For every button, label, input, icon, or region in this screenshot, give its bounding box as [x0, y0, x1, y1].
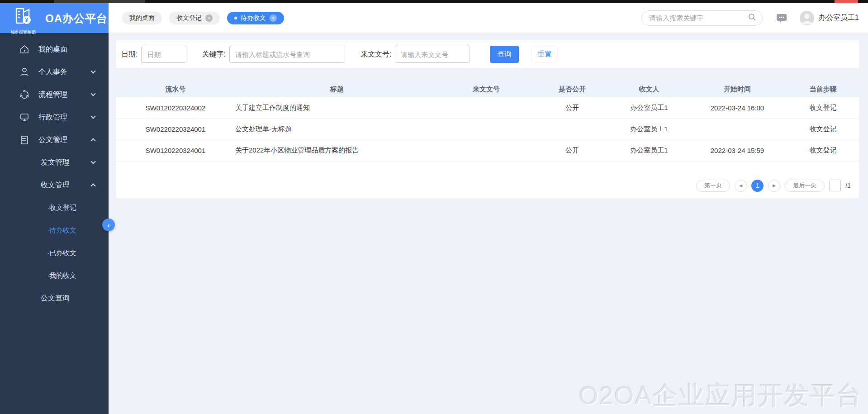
documents-table-panel: 流水号 标题 来文文号 是否公开 收文人 开始时间 当前步骤 SW0120220…	[116, 81, 859, 198]
search-button[interactable]: 查询	[490, 46, 519, 63]
topbar: 我的桌面 收文登记 × 待办收文 ×	[109, 3, 868, 33]
tab-my-desktop[interactable]: 我的桌面	[122, 12, 162, 24]
cell-receiver: 办公室员工1	[611, 97, 688, 119]
sidebar-item-admin-mgmt[interactable]: 行政管理	[0, 106, 109, 128]
cell-public	[534, 119, 611, 140]
table-row[interactable]: SW0120220324002 关于建立工作制度的通知 公开 办公室员工1 20…	[116, 97, 859, 119]
tab-label: 收文登记	[176, 14, 202, 22]
sidebar-item-label: 行政管理	[38, 113, 67, 122]
column-current-step: 当前步骤	[787, 81, 859, 97]
sidebar-collapse-button[interactable]: ‹	[102, 219, 115, 231]
sidebar-item-done-receive[interactable]: ·已办收文	[0, 242, 109, 264]
cell-receiver: 办公室员工1	[611, 119, 688, 140]
avatar[interactable]	[800, 11, 814, 25]
sidebar-item-label: ·已办收文	[47, 249, 76, 257]
sidebar-item-document-mgmt[interactable]: 公文管理	[0, 128, 109, 151]
cell-current-step: 收文登记	[787, 119, 859, 140]
cell-serial: SW0120220324002	[116, 97, 235, 119]
sidebar-item-label: ·我的收文	[47, 271, 76, 280]
global-search[interactable]	[641, 10, 763, 26]
table-row[interactable]: SW0220220324001 公文处理单-无标题 办公室员工1 收文登记	[116, 119, 859, 140]
chevron-down-icon	[90, 159, 95, 164]
current-user-name[interactable]: 办公室员工1	[819, 13, 859, 23]
document-icon	[19, 135, 29, 145]
reset-button[interactable]: 重置	[531, 46, 558, 63]
sidebar-item-receive-register[interactable]: ·收文登记	[0, 196, 109, 219]
cell-receiver: 办公室员工1	[611, 140, 688, 161]
tab-receive-register[interactable]: 收文登记 ×	[169, 12, 220, 24]
sidebar-item-my-receive[interactable]: ·我的收文	[0, 264, 109, 287]
tab-label: 我的桌面	[129, 14, 155, 22]
date-input[interactable]	[141, 46, 186, 63]
window-chrome-strip	[0, 0, 868, 3]
sidebar-item-receive-mgmt[interactable]: 收文管理	[0, 174, 109, 196]
sidebar-menu: 我的桌面 个人事务	[0, 33, 109, 309]
cell-public: 公开	[534, 97, 611, 119]
active-dot-icon	[234, 17, 237, 19]
pagination: 第一页 ◀ 1 ▶ 最后一页 /1	[116, 180, 851, 192]
prev-page-icon[interactable]: ◀	[735, 180, 747, 192]
svg-text:¥: ¥	[25, 16, 28, 24]
last-page-button[interactable]: 最后一页	[785, 180, 825, 192]
app-title: OA办公平台	[45, 11, 108, 26]
tab-label: 待办收文	[241, 14, 266, 22]
company-logo-icon: ¥	[13, 6, 33, 29]
sidebar-item-label: 流程管理	[38, 90, 67, 100]
cell-start-time	[688, 119, 787, 140]
cell-serial: SW0120220324001	[116, 140, 235, 161]
sidebar-item-my-desktop[interactable]: 我的桌面	[0, 38, 109, 61]
sidebar-item-dispatch-mgmt[interactable]: 发文管理	[0, 151, 109, 174]
sidebar-item-todo-receive[interactable]: ·待办收文	[0, 219, 109, 242]
chevron-down-icon	[90, 114, 95, 119]
first-page-button[interactable]: 第一页	[696, 180, 730, 192]
message-icon[interactable]	[776, 13, 787, 23]
sidebar-item-label: 我的桌面	[38, 45, 67, 54]
cell-public: 公开	[534, 140, 611, 161]
browser-tab-segment	[54, 0, 145, 3]
cell-title[interactable]: 关于2022年小区物业管理品质方案的报告	[235, 140, 439, 161]
filter-panel: 日期: 关键字: 来文文号: 查询 重置	[116, 40, 859, 68]
sidebar-item-process-mgmt[interactable]: 流程管理	[0, 83, 109, 106]
close-icon[interactable]: ×	[270, 14, 277, 22]
sidebar-item-label: ·收文登记	[47, 204, 76, 212]
global-search-input[interactable]	[649, 14, 748, 22]
cell-start-time: 2022-03-24 15:59	[688, 140, 787, 161]
cell-serial: SW0220220324001	[116, 119, 235, 140]
sidebar-item-label: 公文查询	[41, 294, 70, 303]
page-jump-input[interactable]	[829, 180, 841, 191]
brand-logo[interactable]: ¥ 城市投资集团 OA办公平台	[0, 3, 109, 33]
docno-label: 来文文号:	[360, 50, 391, 59]
chevron-down-icon	[90, 68, 95, 73]
keyword-input[interactable]	[229, 46, 345, 63]
search-icon[interactable]	[748, 13, 757, 24]
documents-table: 流水号 标题 来文文号 是否公开 收文人 开始时间 当前步骤 SW0120220…	[116, 81, 859, 162]
page-total: /1	[845, 182, 851, 189]
cell-start-time: 2022-03-24 16:00	[688, 97, 787, 119]
sidebar-item-label: 个人事务	[38, 67, 67, 77]
sidebar-item-label: ·待办收文	[47, 226, 76, 235]
sidebar-item-doc-query[interactable]: 公文查询	[0, 287, 109, 309]
docno-input[interactable]	[395, 46, 470, 63]
column-public: 是否公开	[534, 81, 611, 97]
current-page-badge[interactable]: 1	[751, 180, 764, 192]
column-docno: 来文文号	[439, 81, 534, 97]
sidebar-item-personal-affairs[interactable]: 个人事务	[0, 61, 109, 83]
close-icon[interactable]: ×	[205, 14, 213, 22]
table-header-row: 流水号 标题 来文文号 是否公开 收文人 开始时间 当前步骤	[116, 81, 859, 97]
user-icon	[19, 67, 29, 77]
tab-todo-receive[interactable]: 待办收文 ×	[227, 12, 284, 24]
sidebar-item-label: 收文管理	[41, 181, 70, 190]
column-receiver: 收文人	[611, 81, 688, 97]
sidebar: ¥ 城市投资集团 OA办公平台 我的桌面	[0, 3, 109, 414]
sidebar-item-label: 发文管理	[41, 158, 70, 167]
platform-watermark: O2OA企业应用开发平台	[579, 379, 863, 413]
cell-title[interactable]: 公文处理单-无标题	[235, 119, 439, 140]
next-page-icon[interactable]: ▶	[768, 180, 780, 192]
column-title: 标题	[235, 81, 439, 97]
cell-docno	[439, 119, 534, 140]
cell-title[interactable]: 关于建立工作制度的通知	[235, 97, 439, 119]
page-content: 日期: 关键字: 来文文号: 查询 重置 流水号	[109, 33, 868, 414]
table-row[interactable]: SW0120220324001 关于2022年小区物业管理品质方案的报告 公开 …	[116, 140, 859, 161]
chevron-down-icon	[90, 91, 95, 96]
keyword-label: 关键字:	[202, 50, 225, 59]
